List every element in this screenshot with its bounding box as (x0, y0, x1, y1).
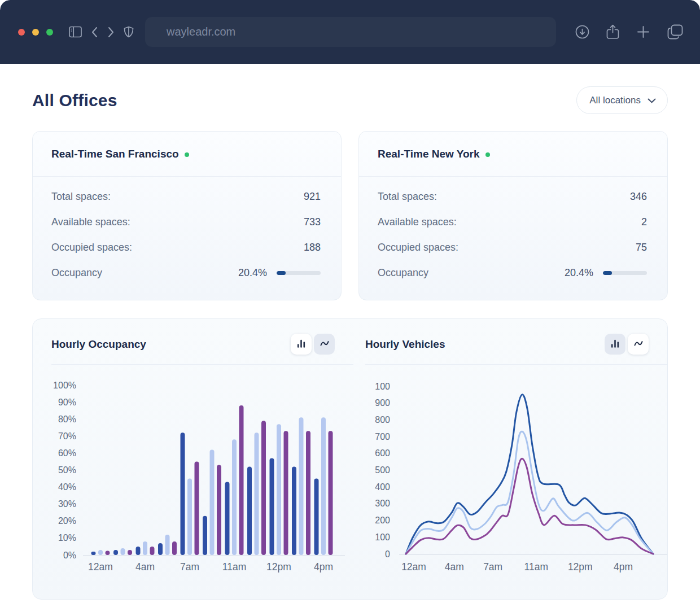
stat-row-occupancy: Occupancy 20.4% (51, 260, 321, 286)
stat-label: Available spaces: (51, 216, 130, 228)
stat-value: 2 (641, 216, 647, 228)
address-bar[interactable]: wayleadr.com (145, 17, 556, 47)
svg-text:40%: 40% (58, 482, 76, 492)
stat-label: Occupied spaces: (378, 242, 458, 254)
stat-value: 921 (304, 191, 321, 203)
occupancy-percent: 20.4% (238, 267, 267, 279)
share-button[interactable] (606, 24, 619, 40)
hourly-occupancy-title: Hourly Occupancy (51, 338, 146, 351)
svg-text:100%: 100% (53, 381, 76, 390)
svg-text:12pm: 12pm (568, 561, 593, 573)
occupancy-progress-bar (603, 271, 647, 275)
occupancy-chart-type-toggles (291, 334, 335, 355)
stat-row-occupancy: Occupancy 20.4% (378, 260, 647, 286)
sidebar-toggle-button[interactable] (69, 26, 82, 38)
realtime-card-new-york: Real-Time New York Total spaces: 346 Ava… (358, 131, 668, 300)
bar-chart-icon (296, 338, 307, 351)
stat-label: Total spaces: (378, 191, 437, 203)
download-icon (575, 25, 589, 39)
forward-button[interactable] (107, 27, 115, 38)
window-controls (18, 29, 53, 36)
occupancy-line-chart-toggle[interactable] (314, 334, 335, 355)
hourly-vehicles-title: Hourly Vehicles (365, 338, 445, 351)
chevron-down-icon (648, 95, 656, 106)
online-status-dot (185, 152, 189, 157)
hourly-charts-card: Hourly Occupancy (32, 318, 668, 600)
stat-label: Occupied spaces: (51, 242, 132, 254)
svg-text:0: 0 (385, 549, 390, 559)
browser-topbar: wayleadr.com (0, 0, 700, 64)
stat-value: 346 (630, 191, 647, 203)
svg-text:800: 800 (375, 415, 390, 425)
svg-text:900: 900 (375, 398, 390, 408)
occupancy-progress-bar (277, 271, 321, 275)
svg-text:20%: 20% (58, 516, 76, 526)
svg-text:4pm: 4pm (314, 561, 333, 573)
zoom-window-button[interactable] (46, 29, 53, 36)
line-chart-icon (319, 338, 330, 351)
svg-text:4pm: 4pm (614, 561, 633, 573)
stat-row-occupied-spaces: Occupied spaces: 188 (51, 235, 321, 260)
svg-text:4am: 4am (135, 561, 155, 573)
page-title: All Offices (32, 91, 117, 110)
svg-text:70%: 70% (58, 431, 76, 441)
svg-text:7am: 7am (180, 561, 199, 573)
shield-icon (124, 26, 134, 38)
svg-text:50%: 50% (58, 465, 76, 475)
minimize-window-button[interactable] (32, 29, 39, 36)
stat-row-total-spaces: Total spaces: 921 (51, 184, 321, 209)
browser-window: wayleadr.com (0, 0, 700, 603)
svg-text:12am: 12am (88, 561, 113, 573)
realtime-card-san-francisco: Real-Time San Francisco Total spaces: 92… (32, 131, 342, 300)
stat-value: 733 (304, 216, 321, 228)
svg-text:100: 100 (375, 532, 390, 542)
vehicles-bar-chart-toggle[interactable] (605, 334, 625, 355)
svg-text:60%: 60% (58, 448, 76, 458)
bar-chart-icon (610, 338, 620, 351)
downloads-button[interactable] (575, 25, 589, 39)
card-title: Real-Time New York (378, 148, 480, 160)
vehicles-line-chart-toggle[interactable] (628, 334, 649, 355)
hourly-vehicles-section: Hourly Vehicles (353, 319, 667, 599)
stat-label: Occupancy (51, 267, 102, 279)
occupancy-percent: 20.4% (565, 267, 593, 279)
svg-text:400: 400 (375, 482, 390, 492)
svg-text:12am: 12am (401, 561, 426, 573)
svg-text:600: 600 (375, 448, 390, 458)
svg-text:300: 300 (375, 499, 390, 508)
svg-text:80%: 80% (58, 414, 76, 424)
close-window-button[interactable] (18, 29, 25, 36)
svg-text:30%: 30% (58, 499, 76, 509)
hourly-occupancy-section: Hourly Occupancy (33, 319, 353, 599)
stat-label: Occupancy (378, 267, 428, 279)
tab-overview-button[interactable] (667, 24, 683, 40)
stat-row-total-spaces: Total spaces: 346 (378, 184, 647, 209)
occupancy-bar-chart-toggle[interactable] (291, 334, 312, 355)
svg-text:4am: 4am (445, 561, 464, 573)
svg-text:7am: 7am (483, 561, 502, 573)
vehicles-chart-type-toggles (605, 334, 649, 355)
privacy-shield-button[interactable] (124, 26, 134, 38)
online-status-dot (485, 152, 490, 157)
hourly-vehicles-chart: 010020030040050060070080090010012am4am7a… (365, 378, 667, 576)
new-tab-icon (636, 25, 650, 39)
svg-text:90%: 90% (58, 397, 76, 407)
divider (51, 364, 353, 365)
tabs-icon (667, 24, 683, 40)
card-title: Real-Time San Francisco (51, 148, 179, 160)
location-filter-dropdown[interactable]: All locations (576, 86, 668, 114)
divider (365, 364, 667, 365)
share-icon (606, 24, 619, 40)
svg-text:100: 100 (375, 382, 390, 391)
svg-text:500: 500 (375, 465, 390, 475)
svg-text:0%: 0% (63, 550, 76, 560)
line-chart-icon (633, 338, 644, 351)
back-button[interactable] (91, 27, 98, 38)
new-tab-button[interactable] (636, 25, 650, 39)
svg-text:11am: 11am (222, 561, 246, 573)
stat-row-occupied-spaces: Occupied spaces: 75 (378, 235, 647, 260)
svg-text:12pm: 12pm (266, 561, 291, 573)
stat-row-available-spaces: Available spaces: 733 (51, 209, 321, 235)
hourly-occupancy-chart: 0%10%20%30%40%50%60%70%80%90%100%12am4am… (51, 378, 353, 576)
svg-text:11am: 11am (524, 561, 548, 573)
